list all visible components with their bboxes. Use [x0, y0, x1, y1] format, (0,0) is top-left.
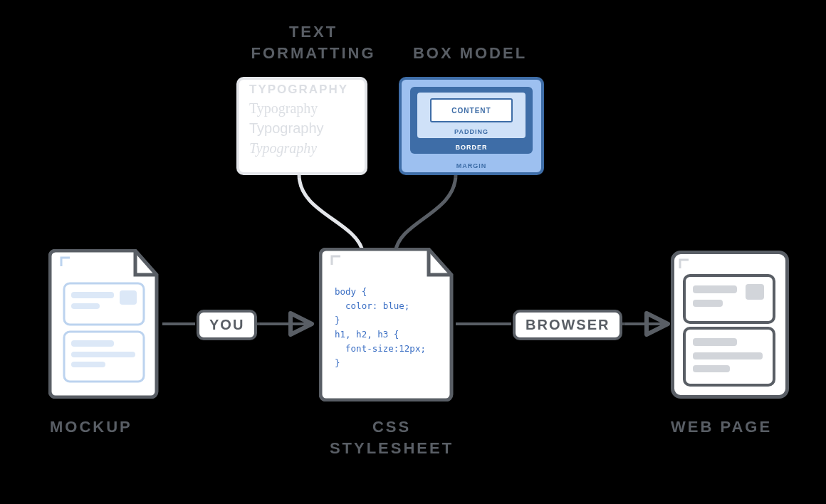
box-model-panel: CONTENT PADDING BORDER MARGIN	[399, 77, 544, 175]
svg-rect-11	[71, 362, 105, 367]
box-model-padding-label: PADDING	[417, 128, 526, 135]
svg-rect-6	[120, 290, 137, 305]
box-model-padding: CONTENT PADDING	[417, 93, 526, 138]
svg-rect-10	[71, 352, 135, 357]
box-model-border-label: BORDER	[410, 144, 533, 151]
heading-mockup: MOCKUP	[50, 416, 192, 438]
heading-box-model: BOX MODEL	[399, 43, 541, 64]
typography-row-3: Typography	[249, 120, 365, 137]
pill-you: YOU	[197, 310, 257, 340]
diagram-root: { "headings": { "text_formatting": "TEXT…	[0, 0, 826, 504]
box-model-border: CONTENT PADDING BORDER	[410, 87, 533, 154]
typography-row-1: TYPOGRAPHY	[249, 83, 365, 97]
svg-rect-5	[71, 292, 114, 298]
web-card-2	[683, 327, 775, 387]
heading-text-formatting: TEXT FORMATTING	[235, 21, 392, 63]
web-page-panel	[671, 251, 789, 399]
heading-web-page: WEB PAGE	[671, 416, 799, 438]
heading-css-stylesheet: CSS STYLESHEET	[313, 416, 470, 458]
box-model-margin-label: MARGIN	[402, 162, 541, 169]
box-model-content: CONTENT	[430, 98, 513, 122]
web-card-1	[683, 274, 775, 324]
svg-rect-9	[71, 340, 114, 347]
typography-row-4: Typography	[249, 140, 365, 157]
css-code-text: body { color: blue; } h1, h2, h3 { font-…	[335, 285, 426, 370]
text-formatting-panel: TYPOGRAPHY Typography Typography Typogra…	[236, 77, 367, 175]
typography-row-2: Typography	[249, 100, 365, 117]
svg-rect-7	[71, 303, 100, 309]
mockup-file-icon	[48, 249, 164, 399]
pill-browser: BROWSER	[513, 310, 622, 340]
